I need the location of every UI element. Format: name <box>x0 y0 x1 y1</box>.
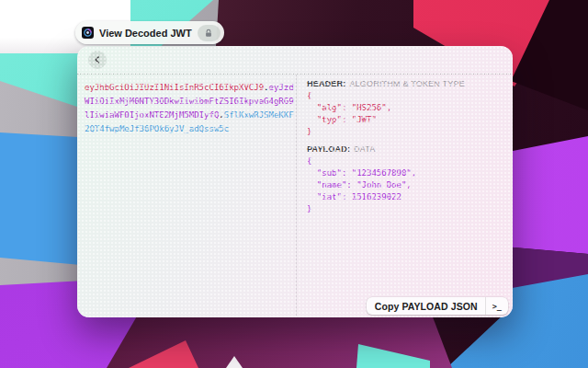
decoded-panel: HEADER: ALGORITHM & TOKEN TYPE { "alg": … <box>297 75 513 316</box>
lock-chip[interactable] <box>198 25 220 41</box>
jwt-header-segment: eyJhbGciOiJIUzI1NiIsInR5cCI6IkpXVCJ9 <box>85 83 264 92</box>
header-label: HEADER: <box>307 79 345 88</box>
tab-title: View Decoded JWT <box>99 28 192 39</box>
terminal-prompt-icon: >_ <box>486 302 508 311</box>
window-header <box>77 46 513 75</box>
chevron-left-icon <box>94 56 101 63</box>
window-body: eyJhbGciOiJIUzI1NiIsInR5cCI6IkpXVCJ9.eyJ… <box>77 75 513 316</box>
app-favicon-icon <box>82 27 94 39</box>
encoded-jwt-panel: eyJhbGciOiJIUzI1NiIsInR5cCI6IkpXVCJ9.eyJ… <box>77 75 297 316</box>
lock-icon <box>204 29 213 38</box>
decoded-header-json: { "alg": "HS256", "typ": "JWT" } <box>307 90 505 138</box>
copy-button-label: Copy PAYLOAD JSON <box>375 301 478 312</box>
header-sublabel: ALGORITHM & TOKEN TYPE <box>349 79 464 88</box>
payload-label: PAYLOAD: <box>307 144 350 154</box>
decoded-payload-json: { "sub": "1234567890", "name": "John Doe… <box>307 155 505 215</box>
screen: View Decoded JWT <box>0 0 588 368</box>
copy-payload-json-button[interactable]: Copy PAYLOAD JSON >_ <box>367 297 508 315</box>
payload-section-label: PAYLOAD: DATA <box>307 144 505 154</box>
back-button[interactable] <box>88 51 107 69</box>
header-section-label: HEADER: ALGORITHM & TOKEN TYPE <box>307 79 505 88</box>
jwt-decoder-window: eyJhbGciOiJIUzI1NiIsInR5cCI6IkpXVCJ9.eyJ… <box>77 46 513 317</box>
encoded-jwt-text: eyJhbGciOiJIUzI1NiIsInR5cCI6IkpXVCJ9.eyJ… <box>85 81 294 136</box>
browser-tab[interactable]: View Decoded JWT <box>75 21 224 44</box>
payload-sublabel: DATA <box>354 144 375 154</box>
